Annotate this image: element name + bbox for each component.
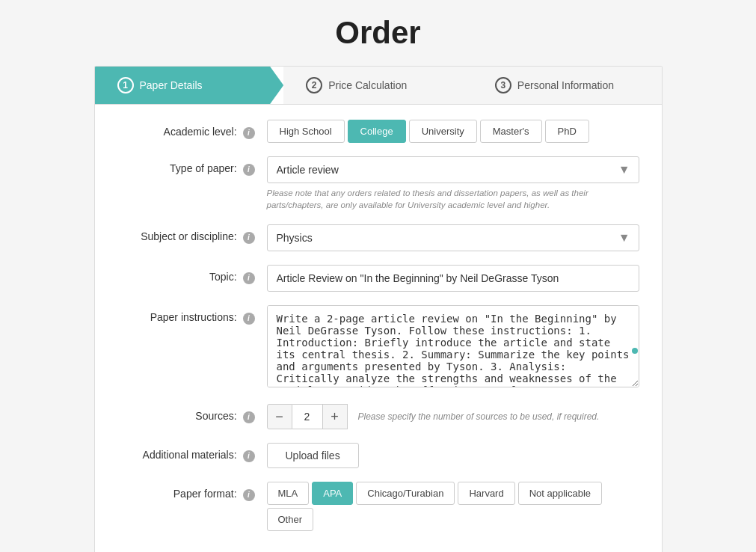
subject-discipline-control: Physics Mathematics Chemistry Biology Hi… xyxy=(267,224,639,251)
step-2-number: 2 xyxy=(306,77,322,93)
academic-level-btn-group: High School College University Master's … xyxy=(267,120,639,143)
scrollbar-indicator xyxy=(632,348,638,354)
sources-minus-btn[interactable]: − xyxy=(267,404,292,429)
level-btn-masters[interactable]: Master's xyxy=(480,120,542,143)
level-btn-high-school[interactable]: High School xyxy=(267,120,345,143)
sources-value: 2 xyxy=(292,404,322,429)
topic-info-icon[interactable]: i xyxy=(243,272,255,284)
format-btn-apa[interactable]: APA xyxy=(312,482,353,505)
order-container: 1 Paper Details 2 Price Calculation 3 Pe… xyxy=(94,66,663,552)
paper-format-control: MLA APA Chicago/Turabian Harvard Not app… xyxy=(267,482,639,531)
step-2-label: Price Calculation xyxy=(328,79,407,91)
format-btn-other[interactable]: Other xyxy=(267,508,314,531)
academic-level-row: Academic level: i High School College Un… xyxy=(117,120,639,143)
paper-format-row: Paper format: i MLA APA Chicago/Turabian… xyxy=(117,482,639,531)
form-body: Academic level: i High School College Un… xyxy=(95,105,662,552)
page-title: Order xyxy=(335,15,420,51)
topic-row: Topic: i xyxy=(117,265,639,292)
sources-row: Sources: i − 2 + Please specify the numb… xyxy=(117,404,639,429)
step-3-number: 3 xyxy=(495,77,511,93)
level-btn-university[interactable]: University xyxy=(409,120,477,143)
upload-files-btn[interactable]: Upload files xyxy=(267,443,359,468)
additional-materials-info-icon[interactable]: i xyxy=(243,450,255,462)
paper-instructions-textarea[interactable]: Write a 2-page article review on "In the… xyxy=(267,305,639,387)
sources-plus-btn[interactable]: + xyxy=(322,404,348,429)
additional-materials-row: Additional materials: i Upload files xyxy=(117,443,639,468)
stepper: 1 Paper Details 2 Price Calculation 3 Pe… xyxy=(95,67,662,105)
format-btn-not-applicable[interactable]: Not applicable xyxy=(518,482,602,505)
format-btn-chicago[interactable]: Chicago/Turabian xyxy=(356,482,455,505)
subject-discipline-row: Subject or discipline: i Physics Mathema… xyxy=(117,224,639,251)
subject-discipline-select[interactable]: Physics Mathematics Chemistry Biology Hi… xyxy=(267,224,639,251)
sources-label: Sources: i xyxy=(117,404,267,423)
subject-discipline-select-wrapper: Physics Mathematics Chemistry Biology Hi… xyxy=(267,224,639,251)
step-1-number: 1 xyxy=(117,77,134,93)
paper-instructions-label: Paper instructions: i xyxy=(117,305,267,325)
subject-discipline-label: Subject or discipline: i xyxy=(117,224,267,244)
topic-label: Topic: i xyxy=(117,265,267,284)
step-paper-details[interactable]: 1 Paper Details xyxy=(95,67,284,104)
level-btn-college[interactable]: College xyxy=(348,120,406,143)
type-of-paper-label: Type of paper: i xyxy=(117,156,267,176)
topic-control xyxy=(267,265,639,292)
academic-level-control: High School College University Master's … xyxy=(267,120,639,143)
paper-instructions-row: Paper instructions: i Write a 2-page art… xyxy=(117,305,639,390)
paper-format-info-icon[interactable]: i xyxy=(243,489,255,501)
type-of-paper-info-icon[interactable]: i xyxy=(243,164,255,176)
paper-instructions-control: Write a 2-page article review on "In the… xyxy=(267,305,639,390)
sources-hint: Please specify the number of sources to … xyxy=(358,411,600,422)
paper-instructions-info-icon[interactable]: i xyxy=(243,313,255,325)
academic-level-label: Academic level: i xyxy=(117,120,267,139)
level-btn-phd[interactable]: PhD xyxy=(545,120,589,143)
topic-input[interactable] xyxy=(267,265,639,292)
type-of-paper-select-wrapper: Article review Essay Research Paper Diss… xyxy=(267,156,639,183)
step-1-label: Paper Details xyxy=(140,79,203,91)
type-of-paper-row: Type of paper: i Article review Essay Re… xyxy=(117,156,639,211)
step-personal-information[interactable]: 3 Personal Information xyxy=(473,67,662,104)
academic-level-info-icon[interactable]: i xyxy=(243,127,255,139)
format-btn-mla[interactable]: MLA xyxy=(267,482,310,505)
paper-format-group: MLA APA Chicago/Turabian Harvard Not app… xyxy=(267,482,639,531)
format-btn-harvard[interactable]: Harvard xyxy=(458,482,514,505)
subject-discipline-info-icon[interactable]: i xyxy=(243,232,255,244)
additional-materials-control: Upload files xyxy=(267,443,639,468)
sources-control: − 2 + Please specify the number of sourc… xyxy=(267,404,639,429)
paper-instructions-wrapper: Write a 2-page article review on "In the… xyxy=(267,305,639,390)
type-of-paper-control: Article review Essay Research Paper Diss… xyxy=(267,156,639,211)
type-of-paper-hint: Please note that any orders related to t… xyxy=(267,187,639,211)
paper-format-label: Paper format: i xyxy=(117,482,267,501)
additional-materials-label: Additional materials: i xyxy=(117,443,267,462)
step-price-calculation[interactable]: 2 Price Calculation xyxy=(283,67,473,104)
step-3-label: Personal Information xyxy=(517,79,614,91)
sources-stepper: − 2 + Please specify the number of sourc… xyxy=(267,404,639,429)
type-of-paper-select[interactable]: Article review Essay Research Paper Diss… xyxy=(267,156,639,183)
sources-info-icon[interactable]: i xyxy=(243,411,255,423)
